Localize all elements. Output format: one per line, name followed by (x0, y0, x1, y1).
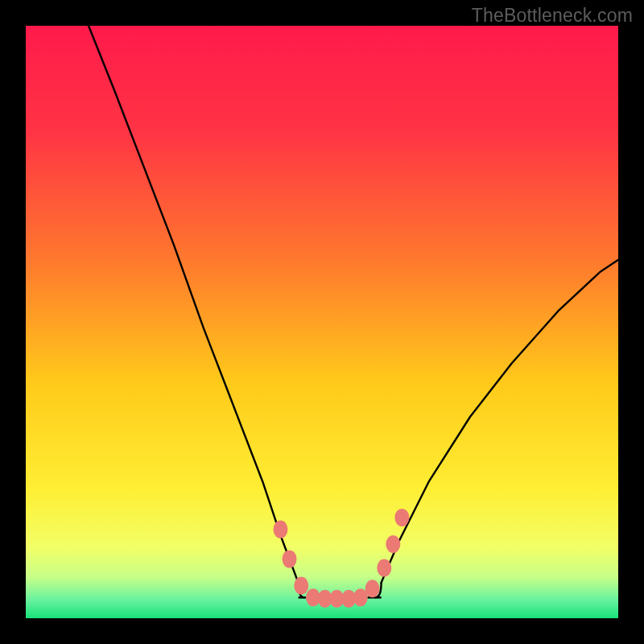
min-marker (386, 535, 400, 553)
watermark-text: TheBottleneck.com (472, 5, 633, 27)
min-marker (283, 550, 297, 568)
chart-container: TheBottleneck.com (0, 0, 644, 644)
min-marker (273, 521, 287, 539)
min-marker (294, 577, 308, 595)
min-marker (377, 559, 391, 576)
bottleneck-chart (0, 0, 644, 644)
svg-rect-1 (26, 26, 618, 618)
min-marker (365, 580, 380, 597)
min-marker (394, 509, 409, 526)
